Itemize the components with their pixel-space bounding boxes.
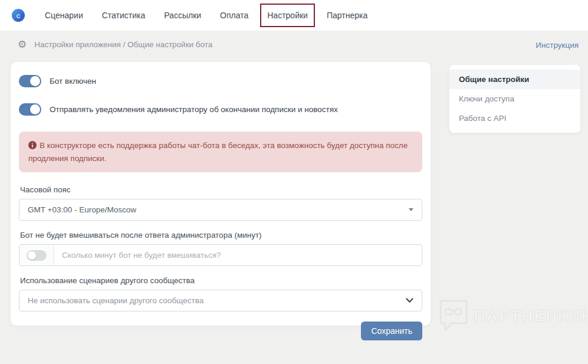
chevron-down-icon (406, 298, 413, 303)
bot-enabled-toggle[interactable] (19, 75, 41, 87)
watermark-text: ПАРТНЕРКИН (474, 307, 588, 326)
timezone-select[interactable]: GMT +03:00 - Europe/Moscow (19, 199, 422, 221)
toggle-knob (30, 104, 40, 114)
toggle-knob (28, 251, 36, 260)
no-interfere-input-group (19, 244, 422, 266)
instruction-link[interactable]: Инструкция (536, 41, 579, 50)
nav-items: Сценарии Статистика Рассылки Оплата Наст… (45, 11, 367, 20)
admin-notifications-toggle[interactable] (19, 103, 41, 116)
nav-item-payment[interactable]: Оплата (220, 11, 248, 20)
gear-icon: ⚙ (18, 40, 27, 50)
nav-item-settings-label: Настройки (267, 11, 308, 20)
nav-item-settings[interactable]: Настройки (267, 11, 308, 20)
sidebar-item-access-keys[interactable]: Ключи доступа (449, 89, 580, 109)
no-interfere-label: Бот не будет вмешиваться после ответа ад… (20, 231, 422, 240)
subscription-alert: В конструкторе есть поддержка работы чат… (19, 132, 422, 172)
other-scenarios-select-value: Не использовать сценарии другого сообщес… (28, 296, 203, 305)
caret-down-icon (409, 208, 413, 211)
sidebar-item-general-settings[interactable]: Общие настройки (449, 70, 580, 89)
breadcrumb-row: ⚙ Настройки приложения / Общие настройки… (18, 40, 212, 50)
timezone-select-value: GMT +03:00 - Europe/Moscow (28, 205, 136, 214)
nav-item-scenarios[interactable]: Сценарии (45, 11, 83, 20)
nav-item-statistics[interactable]: Статистика (102, 11, 146, 20)
other-scenarios-select[interactable]: Не использовать сценарии другого сообщес… (19, 290, 422, 311)
bot-enabled-label: Бот включен (50, 77, 96, 86)
bot-settings-card: Бот включен Отправлять уведомления админ… (11, 62, 431, 326)
bot-enabled-row: Бот включен (19, 75, 422, 87)
breadcrumb: Настройки приложения / Общие настройки б… (34, 40, 212, 49)
timezone-label: Часовой пояс (20, 185, 422, 194)
no-interfere-minutes-input[interactable] (54, 245, 422, 265)
top-nav: c Сценарии Статистика Рассылки Оплата На… (0, 0, 588, 31)
save-row: Сохранить (19, 322, 422, 340)
sidebar-item-api[interactable]: Работа с API (449, 109, 580, 128)
watermark: ПАРТНЕРКИН (439, 299, 588, 334)
no-interfere-toggle-cell (19, 245, 54, 265)
subscription-alert-text: В конструкторе есть поддержка работы чат… (28, 141, 408, 163)
nav-item-partner[interactable]: Партнерка (327, 11, 367, 20)
settings-section-menu: Общие настройки Ключи доступа Работа с A… (449, 65, 580, 133)
admin-notifications-label: Отправлять уведомления администратору об… (50, 105, 338, 114)
other-scenarios-label: Использование сценариев другого сообщест… (20, 276, 422, 285)
nav-item-mailings[interactable]: Рассылки (164, 11, 201, 20)
toggle-knob (30, 76, 40, 86)
save-button[interactable]: Сохранить (361, 322, 422, 340)
app-logo-icon[interactable]: c (12, 9, 25, 22)
watermark-logo-icon (439, 299, 468, 334)
info-icon (28, 141, 37, 149)
admin-notifications-row: Отправлять уведомления администратору об… (19, 103, 422, 116)
no-interfere-toggle[interactable] (27, 250, 47, 261)
app-logo-letter: c (16, 11, 20, 19)
